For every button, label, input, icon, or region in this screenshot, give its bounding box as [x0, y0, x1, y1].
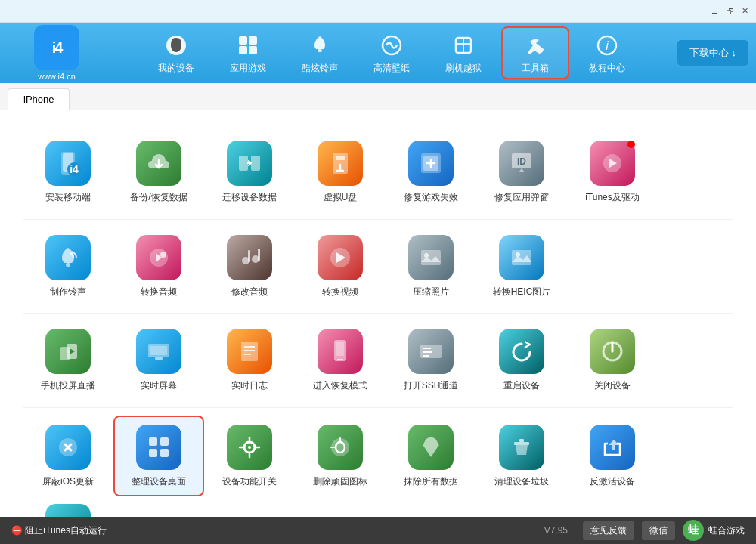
tool-recovery[interactable]: 进入恢复模式 [295, 321, 386, 400]
svg-rect-2 [249, 36, 257, 45]
itunes-icon [590, 141, 635, 186]
deactivate-icon [590, 425, 635, 470]
iphone-tab[interactable]: iPhone [8, 88, 70, 110]
tool-fix-popup[interactable]: ID 修复应用弹窗 [476, 133, 567, 212]
nav-ringtone[interactable]: 酷炫铃声 [286, 26, 354, 79]
backup-icon [136, 141, 181, 186]
tool-convert-heic[interactable]: 转换HEIC图片 [476, 227, 567, 306]
fix-game-icon [408, 141, 454, 186]
nav-tutorial-label: 教程中心 [589, 62, 625, 75]
delete-stubborn-label: 删除顽固图标 [313, 476, 367, 488]
device-features-icon [227, 425, 272, 470]
deactivate-label: 反激活设备 [590, 476, 635, 488]
recovery-label: 进入恢复模式 [313, 380, 367, 392]
svg-rect-33 [421, 250, 441, 265]
minimize-icon[interactable]: 🗕 [709, 6, 720, 17]
logo-url: www.i4.cn [38, 72, 76, 81]
my-device-icon [163, 32, 190, 59]
tool-virtual-usb[interactable]: 虚拟U盘 [295, 133, 386, 212]
make-ringtone-icon [45, 235, 91, 280]
tool-clean-junk[interactable]: 清理设备垃圾 [476, 416, 567, 497]
wechat-button[interactable]: 微信 [642, 521, 675, 540]
nav-jailbreak[interactable]: 刷机越狱 [429, 26, 497, 79]
tool-real-screen[interactable]: 实时屏幕 [113, 321, 204, 400]
tool-download-firmware[interactable]: 下载固件 [23, 496, 113, 517]
tool-screen-cast[interactable]: 手机投屏直播 [23, 321, 113, 400]
clean-junk-label: 清理设备垃圾 [494, 476, 549, 488]
fix-popup-label: 修复应用弹窗 [494, 192, 549, 204]
convert-video-icon [318, 235, 363, 280]
tool-itunes[interactable]: iTunes及驱动 [567, 133, 658, 212]
tool-organize-desktop[interactable]: 整理设备桌面 [113, 416, 204, 497]
feedback-button[interactable]: 意见反馈 [583, 521, 634, 540]
screen-cast-icon [45, 329, 91, 374]
svg-rect-35 [512, 250, 531, 265]
svg-rect-5 [318, 49, 322, 52]
tool-device-features[interactable]: 设备功能开关 [204, 416, 295, 497]
itunes-status-text: ⛔ 阻止iTunes自动运行 [11, 524, 107, 537]
svg-rect-25 [66, 263, 70, 267]
svg-rect-3 [239, 46, 247, 54]
tool-compress-photo[interactable]: 压缩照片 [386, 227, 476, 306]
logo-icon: i4 [34, 25, 79, 70]
tools-row-4: 屏蔽iOS更新 整理设备桌面 设备功能开关 删除顽固 [23, 408, 733, 517]
nav-my-device-label: 我的设备 [158, 62, 194, 75]
svg-rect-64 [519, 439, 524, 442]
tool-real-log[interactable]: 实时日志 [204, 321, 295, 400]
nav-my-device[interactable]: 我的设备 [142, 26, 210, 79]
svg-rect-63 [514, 442, 529, 445]
nav-toolbox[interactable]: 工具箱 [501, 26, 569, 79]
nav-jailbreak-label: 刷机越狱 [445, 62, 482, 75]
itunes-label: iTunes及驱动 [585, 192, 640, 204]
jailbreak-icon [450, 32, 477, 59]
recovery-icon [318, 329, 363, 374]
tool-backup[interactable]: 备份/恢复数据 [113, 133, 204, 212]
svg-rect-41 [150, 346, 167, 355]
toolbox-icon [522, 32, 549, 59]
svg-rect-1 [239, 36, 247, 45]
download-button[interactable]: 下载中心 ↓ [677, 40, 748, 66]
tool-make-ringtone[interactable]: 制作铃声 [23, 227, 113, 306]
tool-convert-audio[interactable]: 转换音频 [113, 227, 204, 306]
svg-rect-17 [251, 156, 260, 171]
tool-migrate[interactable]: 迁移设备数据 [204, 133, 295, 212]
close-icon[interactable]: ✕ [739, 6, 750, 17]
tool-ssh[interactable]: 打开SSH通道 [386, 321, 476, 400]
maximize-icon[interactable]: 🗗 [724, 6, 735, 17]
real-screen-icon [136, 329, 181, 374]
tools-row-3: 手机投屏直播 实时屏幕 实时日志 进入恢复模式 [23, 314, 733, 408]
fix-game-label: 修复游戏失效 [404, 192, 458, 204]
edit-audio-icon [227, 235, 272, 280]
tool-restart[interactable]: 重启设备 [476, 321, 567, 400]
edit-audio-label: 修改音频 [231, 286, 268, 298]
tool-wipe-data[interactable]: 抹除所有数据 [386, 416, 476, 497]
wipe-data-label: 抹除所有数据 [404, 476, 458, 488]
svg-point-61 [248, 446, 251, 449]
nav-wallpaper-label: 高清壁纸 [373, 62, 410, 75]
nav-ringtone-label: 酷炫铃声 [302, 62, 338, 75]
make-ringtone-label: 制作铃声 [50, 286, 86, 298]
tool-block-update[interactable]: 屏蔽iOS更新 [23, 416, 113, 497]
nav-wallpaper[interactable]: 高清壁纸 [358, 26, 426, 79]
tool-delete-stubborn[interactable]: 删除顽固图标 [295, 416, 386, 497]
svg-rect-19 [336, 156, 345, 160]
tutorial-icon: i [593, 32, 621, 59]
svg-text:i4: i4 [70, 163, 79, 175]
screen-cast-label: 手机投屏直播 [41, 380, 95, 392]
tool-install-app[interactable]: i4 安装移动端 [23, 133, 113, 212]
tool-fix-game[interactable]: 修复游戏失效 [386, 133, 476, 212]
tool-shutdown[interactable]: 关闭设备 [567, 321, 658, 400]
migrate-icon [227, 141, 272, 186]
svg-rect-57 [160, 437, 169, 446]
svg-rect-56 [149, 437, 157, 446]
tool-edit-audio[interactable]: 修改音频 [204, 227, 295, 306]
tool-deactivate[interactable]: 反激活设备 [567, 416, 658, 497]
window-controls: 🗕 🗗 ✕ [709, 6, 750, 17]
restart-label: 重启设备 [503, 380, 540, 392]
nav-app-game[interactable]: 应用游戏 [214, 26, 282, 79]
nav-tutorial[interactable]: i 教程中心 [573, 26, 641, 79]
svg-point-27 [160, 252, 166, 258]
tools-grid: i4 安装移动端 备份/恢复数据 迁移设备数据 [23, 125, 733, 517]
tool-convert-video[interactable]: 转换视频 [295, 227, 386, 306]
real-screen-label: 实时屏幕 [141, 380, 177, 392]
